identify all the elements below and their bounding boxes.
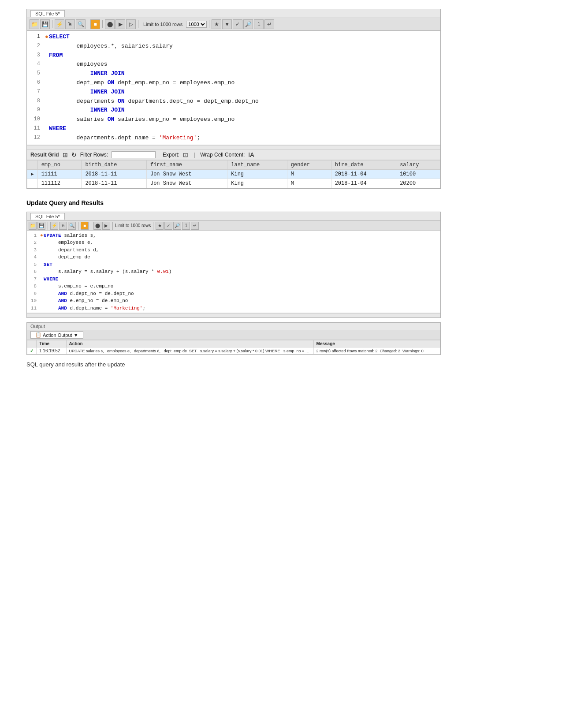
code-line-s1: 1 ● UPDATE salaries s,: [27, 232, 440, 239]
execute-button[interactable]: ⚡: [55, 19, 64, 29]
exec2-button[interactable]: ⚡: [50, 222, 58, 230]
play-button[interactable]: ▶: [115, 19, 125, 29]
cell-emp_no: 11111: [37, 169, 82, 179]
col-status: [27, 340, 37, 347]
toolbar-separator: [52, 20, 52, 28]
code-line-4: 4 employees: [27, 60, 440, 69]
search2-button[interactable]: 🔍: [68, 222, 76, 230]
code-line-s7: 7 WHERE: [27, 276, 440, 283]
cursor-button[interactable]: 🖱: [65, 19, 75, 29]
scrollbar-2[interactable]: [27, 313, 440, 317]
star2-button[interactable]: ★: [156, 222, 164, 230]
col-action: Action: [66, 340, 313, 347]
arrow-col-header: [27, 160, 38, 169]
code-text: INNER JOIN: [49, 88, 440, 97]
line-number: 1: [27, 33, 45, 41]
code-line-s6: 6 s.salary = s.salary + (s.salary * 0.01…: [27, 268, 440, 276]
code-text: s.salary = s.salary + (s.salary * 0.01): [44, 268, 440, 276]
output-title: Output: [27, 323, 440, 330]
code-line-6: 6 dept_emp ON dept_emp.emp_no = employee…: [27, 78, 440, 88]
action-output-tab[interactable]: 📋 Action Output ▼: [30, 331, 83, 339]
code-text: INNER JOIN: [49, 69, 440, 78]
code-line-s4: 4 dept_emp de: [27, 254, 440, 261]
sep6: [153, 222, 153, 230]
tab-dropdown[interactable]: ▼: [74, 332, 78, 338]
col-last_name[interactable]: last_name: [227, 160, 287, 169]
open-file-button[interactable]: 📁: [30, 19, 39, 29]
export-icon[interactable]: ⊡: [183, 151, 188, 158]
export-button[interactable]: ↵: [264, 19, 274, 29]
time-cell: 1 16:19:52: [37, 347, 67, 355]
line-num: 4: [27, 254, 40, 261]
stop2-button[interactable]: ⬤: [93, 222, 101, 230]
code-editor[interactable]: 1 ● SELECT 2 employees.*, salaries.salar…: [27, 31, 440, 145]
col-emp_no[interactable]: emp_no: [37, 160, 82, 169]
tab-label: Action Output: [43, 332, 72, 338]
sep2: [48, 222, 48, 230]
cell-last_name: King: [227, 169, 287, 179]
line-dot: [40, 305, 44, 312]
code-line-2: 2 employees.*, salaries.salary: [27, 42, 440, 51]
num-button[interactable]: 1: [254, 19, 264, 29]
result-bar: Result Grid ⊞ ↻ Filter Rows: Export: ⊡ |…: [27, 149, 440, 160]
open2-button[interactable]: 📁: [29, 222, 37, 230]
col-first_name[interactable]: first_name: [146, 160, 227, 169]
tab2-label[interactable]: SQL File 5*: [30, 213, 65, 220]
cursor2-button[interactable]: 🖱: [59, 222, 67, 230]
stop-button[interactable]: ⬤: [105, 19, 115, 29]
code-text: SELECT: [49, 33, 440, 42]
star-button[interactable]: ★: [212, 19, 221, 29]
table-header-row: emp_no birth_date first_name last_name g…: [27, 160, 440, 169]
line-number: 7: [27, 88, 45, 96]
line-number: 4: [27, 60, 45, 68]
toolbar-separator5: [209, 20, 209, 28]
export2-button[interactable]: ↵: [191, 222, 199, 230]
code-line-8: 8 departments ON departments.dept_no = d…: [27, 97, 440, 106]
code-text: salaries ON salaries.emp_no = employees.…: [49, 115, 440, 124]
refresh-icon[interactable]: ↻: [71, 151, 77, 158]
col-salary[interactable]: salary: [396, 160, 440, 169]
table-row[interactable]: ▶ 11111 2018-11-11 Jon Snow West King M …: [27, 169, 440, 179]
limit2-label: Limit to 1000 rows: [115, 223, 151, 228]
play2-button[interactable]: ▷: [126, 19, 136, 29]
table-row[interactable]: 111112 2018-11-11 Jon Snow West King M 2…: [27, 179, 440, 188]
line-dot: [40, 268, 44, 276]
code-line-9: 9 INNER JOIN: [27, 106, 440, 115]
horizontal-scrollbar[interactable]: [27, 145, 440, 149]
col-gender[interactable]: gender: [287, 160, 331, 169]
search3-button[interactable]: 🔎: [173, 222, 181, 230]
code-text: SET: [44, 261, 440, 269]
code-line-s2: 2 employees e,: [27, 239, 440, 246]
code-line-s11: 11 AND d.dept_name = 'Marketing';: [27, 305, 440, 312]
col-birth_date[interactable]: birth_date: [82, 160, 147, 169]
save2-button[interactable]: 💾: [37, 222, 45, 230]
code-text: dept_emp de: [44, 254, 440, 261]
play3-button[interactable]: ▶: [102, 222, 110, 230]
grid2-button[interactable]: ■: [81, 222, 89, 230]
code-editor-2[interactable]: 1 ● UPDATE salaries s, 2 employees e, 3 …: [27, 231, 440, 314]
magnify-button[interactable]: 🔎: [243, 19, 253, 29]
down-arrow-button[interactable]: ▼: [222, 19, 232, 29]
line-num: 5: [27, 261, 40, 269]
line-num: 1: [27, 232, 40, 239]
code-line-s10: 10 AND e.emp_no = de.emp_no: [27, 297, 440, 305]
panel2-title-bar: SQL File 5*: [27, 212, 440, 221]
search-button[interactable]: 🔍: [76, 19, 86, 29]
tab-label[interactable]: SQL File 5*: [30, 10, 65, 17]
save-button[interactable]: 💾: [40, 19, 50, 29]
filter-label: Filter Rows:: [80, 152, 108, 158]
wrap-icon[interactable]: IA: [248, 151, 254, 158]
grid-button[interactable]: ■: [90, 19, 100, 29]
code-text: AND d.dept_no = de.dept_no: [44, 290, 440, 298]
code-text: employees e,: [44, 239, 440, 246]
num2-button[interactable]: 1: [182, 222, 190, 230]
check-button[interactable]: ✓: [233, 19, 242, 29]
cell-hire_date: 2018-11-04: [331, 169, 396, 179]
col-hire_date[interactable]: hire_date: [331, 160, 396, 169]
status-cell: ✓: [27, 347, 37, 355]
cell-birth_date: 2018-11-11: [82, 169, 147, 179]
check2-button[interactable]: ✓: [164, 222, 172, 230]
limit-select[interactable]: 1000 500 200: [186, 21, 207, 28]
filter-input[interactable]: [112, 151, 156, 158]
code-line-s3: 3 departments d,: [27, 246, 440, 254]
